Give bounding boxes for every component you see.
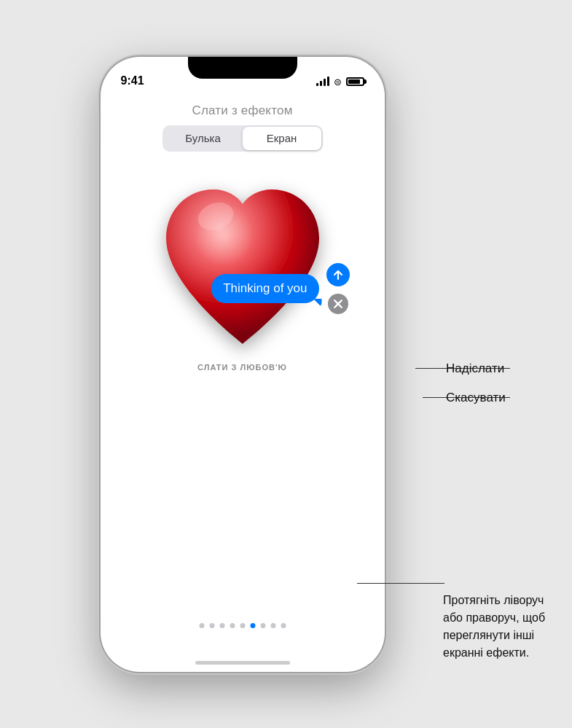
tab-bubble[interactable]: Булька (164, 127, 243, 150)
tabs-container: Булька Екран (162, 125, 323, 152)
send-annotation-text: Надіслати (446, 361, 504, 376)
dot-5 (250, 623, 255, 628)
send-annotation-line (423, 368, 510, 369)
message-bubble: Thinking of you (211, 274, 318, 303)
dot-2 (219, 623, 224, 628)
status-icons: ⊜ (316, 77, 364, 87)
bubble-area: Thinking of you (122, 263, 363, 314)
swipe-annotation-text: Протягніть ліворучабо праворуч, щобперег… (443, 592, 545, 662)
preview-area: СЛАТИ З ЛЮБОВ'Ю Thinking of you (122, 162, 363, 410)
send-button[interactable] (326, 263, 350, 286)
effect-label: СЛАТИ З ЛЮБОВ'Ю (197, 363, 287, 372)
cancel-button[interactable] (328, 294, 348, 314)
page-dots (199, 623, 286, 628)
content-area: Слати з ефектом Булька Екран (101, 93, 385, 672)
power-button[interactable] (385, 173, 388, 224)
send-arrow-icon (332, 269, 344, 281)
notch (188, 57, 297, 79)
tab-screen[interactable]: Екран (243, 127, 321, 150)
dot-8 (281, 623, 286, 628)
battery-icon (346, 77, 364, 86)
cancel-annotation-text: Скасувати (446, 391, 506, 405)
signal-icon (316, 77, 329, 86)
dot-1 (209, 623, 214, 628)
dot-6 (260, 623, 265, 628)
svg-line-2 (334, 300, 342, 308)
send-dot-line (415, 368, 423, 369)
home-indicator (195, 661, 290, 665)
cancel-x-icon (333, 299, 343, 309)
wifi-icon: ⊜ (334, 77, 342, 87)
dot-4 (240, 623, 245, 628)
svg-line-1 (334, 300, 342, 308)
status-time: 9:41 (121, 74, 144, 87)
right-controls (326, 263, 350, 314)
dot-7 (270, 623, 275, 628)
send-effect-title: Слати з ефектом (192, 103, 292, 118)
dot-3 (230, 623, 235, 628)
dot-0 (199, 623, 204, 628)
cancel-annotation-line (423, 397, 510, 398)
phone-frame: 9:41 ⊜ Слати з ефектом (101, 57, 385, 672)
